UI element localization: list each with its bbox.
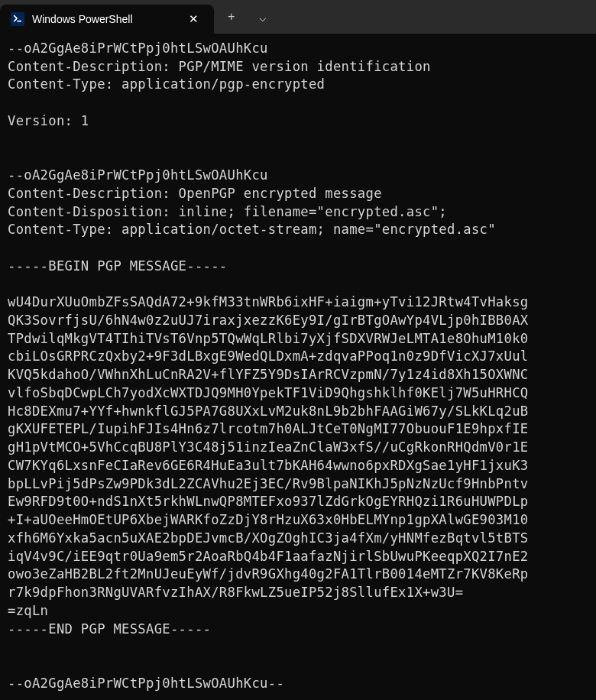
titlebar: Windows PowerShell ✕ + ⌵ <box>0 0 596 34</box>
new-tab-button[interactable]: + <box>222 7 241 27</box>
powershell-icon <box>11 12 24 26</box>
tab-dropdown-button[interactable]: ⌵ <box>253 7 273 28</box>
terminal-output[interactable]: --oA2GgAe8iPrWCtPpj0htLSwOAUhKcu Content… <box>0 34 596 698</box>
close-tab-button[interactable]: ✕ <box>184 11 203 28</box>
tab-active[interactable]: Windows PowerShell ✕ <box>0 5 214 34</box>
tab-actions: + ⌵ <box>214 0 280 34</box>
tab-title: Windows PowerShell <box>32 13 177 25</box>
